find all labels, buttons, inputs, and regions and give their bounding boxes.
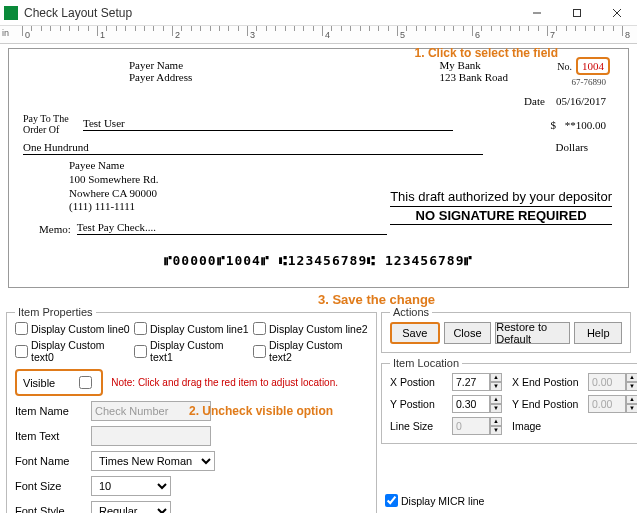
xpos-spinner[interactable]: ▲▼ (452, 373, 508, 391)
payee-name: Payee Name (69, 159, 159, 173)
close-button[interactable] (597, 0, 637, 25)
memo-label: Memo: (39, 223, 71, 235)
actions-legend: Actions (390, 306, 432, 318)
authorization-block: This draft authorized by your depositor … (390, 189, 612, 225)
payer-block: Payer Name Payer Address (129, 59, 192, 83)
item-properties-legend: Item Properties (15, 306, 96, 318)
yend-spinner: ▲▼ (588, 395, 637, 413)
display-micr-checkbox[interactable]: Display MICR line (385, 466, 631, 513)
item-properties-group: Item Properties Display Custom line0 Dis… (6, 306, 377, 513)
item-location-group: Item Location X Postion ▲▼ X End Postion… (381, 357, 637, 444)
up-icon[interactable]: ▲ (490, 395, 502, 404)
visible-label: Visible (23, 377, 55, 389)
down-icon: ▼ (626, 404, 637, 413)
dollar-sign: $ (551, 119, 557, 131)
font-name-label: Font Name (15, 455, 85, 467)
ruler-unit: in (2, 28, 9, 38)
item-text-field (91, 426, 211, 446)
memo-block: Memo: Test Pay Check.... (39, 221, 387, 235)
annotation-step3: 3. Save the change (318, 292, 435, 307)
down-icon[interactable]: ▼ (490, 382, 502, 391)
display-custom-text0[interactable]: Display Custom text0 (15, 339, 130, 363)
ypos-label: Y Postion (390, 398, 448, 410)
visible-checkbox-wrap: Visible (15, 369, 103, 396)
display-custom-text2[interactable]: Display Custom text2 (253, 339, 368, 363)
display-custom-line0[interactable]: Display Custom line0 (15, 322, 130, 335)
font-style-label: Font Style (15, 505, 85, 513)
title-bar: Check Layout Setup (0, 0, 637, 26)
app-icon (4, 6, 18, 20)
payee-block: Payee Name 100 Somewhere Rd. Nowhere CA … (69, 159, 159, 214)
dollars-label: Dollars (556, 141, 588, 153)
xend-label: X End Postion (512, 376, 584, 388)
amount-words: One Hundrund (23, 141, 483, 155)
payee-city: Nowhere CA 90000 (69, 187, 159, 201)
amount-block: $ **100.00 (551, 119, 607, 131)
xend-spinner: ▲▼ (588, 373, 637, 391)
down-icon: ▼ (490, 426, 502, 435)
visible-checkbox[interactable] (79, 376, 92, 389)
payer-address: Payer Address (129, 71, 192, 83)
yend-label: Y End Postion (512, 398, 584, 410)
number-label: No. (557, 61, 572, 72)
up-icon: ▲ (490, 417, 502, 426)
image-label: Image (512, 420, 584, 432)
reference-number: 67-76890 (572, 77, 607, 87)
item-text-label: Item Text (15, 430, 85, 442)
help-button[interactable]: Help (574, 322, 622, 344)
annotation-step1: 1. Click to select the field (415, 46, 558, 60)
payee-street: 100 Somewhere Rd. (69, 173, 159, 187)
save-button[interactable]: Save (390, 322, 440, 344)
date-value: 05/16/2017 (556, 95, 606, 107)
item-name-label: Item Name (15, 405, 85, 417)
down-icon[interactable]: ▼ (490, 404, 502, 413)
bank-street: 123 Bank Road (440, 71, 508, 83)
up-icon: ▲ (626, 373, 637, 382)
pay-to-label: Pay To The Order Of (23, 113, 83, 135)
visible-note: Note: Click and drag the red item to adj… (111, 377, 338, 388)
font-size-label: Font Size (15, 480, 85, 492)
date-block: Date 05/16/2017 (524, 95, 606, 107)
display-custom-text1[interactable]: Display Custom text1 (134, 339, 249, 363)
annotation-step2: 2. Uncheck visible option (189, 404, 333, 418)
up-icon: ▲ (626, 395, 637, 404)
auth-line2: NO SIGNATURE REQUIRED (390, 206, 612, 225)
memo-value: Test Pay Check.... (77, 221, 387, 235)
payee-phone: (111) 111-1111 (69, 200, 159, 214)
auth-line1: This draft authorized by your depositor (390, 189, 612, 204)
pay-to-block: Pay To The Order Of Test User (23, 113, 453, 135)
svg-rect-1 (574, 9, 581, 16)
check-number-field[interactable]: No.1004 (557, 57, 610, 75)
ypos-spinner[interactable]: ▲▼ (452, 395, 508, 413)
display-custom-line1[interactable]: Display Custom line1 (134, 322, 249, 335)
check-number-value[interactable]: 1004 (576, 57, 610, 75)
down-icon: ▼ (626, 382, 637, 391)
maximize-button[interactable] (557, 0, 597, 25)
font-size-select[interactable]: 10 (91, 476, 171, 496)
up-icon[interactable]: ▲ (490, 373, 502, 382)
linesize-spinner: ▲▼ (452, 417, 508, 435)
linesize-label: Line Size (390, 420, 448, 432)
actions-group: Actions Save Close Restore to Default He… (381, 306, 631, 353)
amount-value: **100.00 (565, 119, 606, 131)
xpos-label: X Postion (390, 376, 448, 388)
horizontal-ruler: in 012345678 (0, 26, 637, 44)
close-action-button[interactable]: Close (444, 322, 492, 344)
pay-to-value: Test User (83, 117, 453, 131)
date-label: Date (524, 95, 545, 107)
window-title: Check Layout Setup (24, 6, 517, 20)
payer-name: Payer Name (129, 59, 192, 71)
item-location-legend: Item Location (390, 357, 462, 369)
check-preview[interactable]: 1. Click to select the field Payer Name … (8, 48, 629, 288)
display-custom-line2[interactable]: Display Custom line2 (253, 322, 368, 335)
bank-block: My Bank 123 Bank Road (440, 59, 508, 83)
font-style-select[interactable]: Regular (91, 501, 171, 513)
restore-default-button[interactable]: Restore to Default (495, 322, 570, 344)
font-name-select[interactable]: Times New Roman (91, 451, 215, 471)
bank-name: My Bank (440, 59, 508, 71)
micr-line: ⑈00000⑈1004⑈ ⑆123456789⑆ 123456789⑈ (9, 253, 628, 268)
minimize-button[interactable] (517, 0, 557, 25)
